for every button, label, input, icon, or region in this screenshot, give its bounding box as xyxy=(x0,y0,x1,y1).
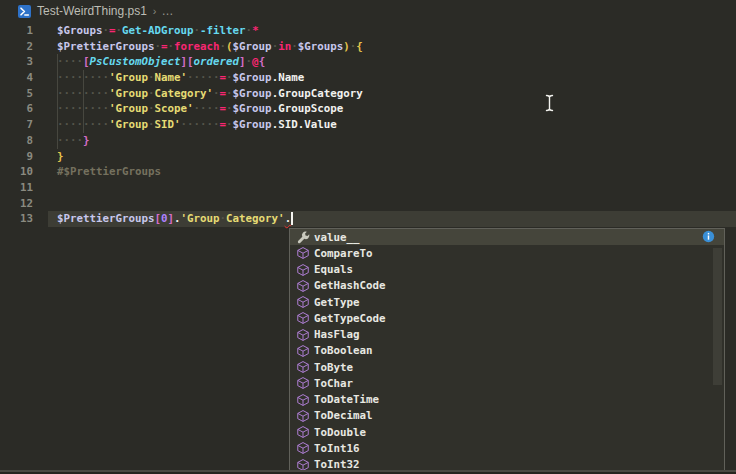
method-icon xyxy=(296,409,310,423)
breadcrumb: Test-WeirdThing.ps1 › … xyxy=(0,0,736,22)
suggestion-label: ToDecimal xyxy=(314,409,373,422)
code-line[interactable]: 3····[PsCustomObject][ordered]·@{ xyxy=(0,54,736,70)
line-number: 5 xyxy=(0,86,33,102)
method-icon xyxy=(296,360,310,374)
suggestion-item[interactable]: Equals xyxy=(290,262,724,278)
suggestion-label: ToDateTime xyxy=(314,393,379,406)
suggestion-label: Equals xyxy=(314,263,353,276)
code-editor[interactable]: 1$Groups·=·Get-ADGroup·-filter·*2$Pretti… xyxy=(0,23,736,227)
suggestion-item[interactable]: value__ xyxy=(290,229,724,245)
intellisense-suggest-widget: value__CompareToEqualsGetHashCodeGetType… xyxy=(289,228,725,474)
line-number: 2 xyxy=(0,39,33,55)
property-icon xyxy=(296,230,310,244)
code-text: ········'Group·Scope'····=·$Group.GroupS… xyxy=(57,102,343,115)
suggestion-label: ToDouble xyxy=(314,426,366,439)
suggestion-item[interactable]: ToChar xyxy=(290,375,724,391)
suggestion-item[interactable]: GetHashCode xyxy=(290,278,724,294)
suggestion-label: GetTypeCode xyxy=(314,312,386,325)
suggestion-label: ToInt16 xyxy=(314,442,360,455)
code-line[interactable]: 13$PrettierGroups[0].'Group·Category'. xyxy=(0,211,736,227)
ibeam-mouse-cursor xyxy=(544,94,555,116)
code-line[interactable]: 9} xyxy=(0,149,736,165)
line-number: 4 xyxy=(0,70,33,86)
method-icon xyxy=(296,393,310,407)
suggestion-item[interactable]: ToDouble xyxy=(290,424,724,440)
method-icon xyxy=(296,279,310,293)
method-icon xyxy=(296,344,310,358)
text-caret xyxy=(291,212,293,225)
code-line[interactable]: 7········'Group·SID'······=·$Group.SID.V… xyxy=(0,117,736,133)
method-icon xyxy=(296,376,310,390)
suggestion-item[interactable]: ToDecimal xyxy=(290,408,724,424)
code-text: $PrettierGroups[0].'Group·Category'. xyxy=(57,212,293,225)
code-line[interactable]: 4········'Group·Name'·····=·$Group.Name xyxy=(0,70,736,86)
code-line[interactable]: 2$PrettierGroups·=·foreach·($Group·in·$G… xyxy=(0,39,736,55)
code-text: ········'Group·SID'······=·$Group.SID.Va… xyxy=(57,118,337,131)
code-line[interactable]: 12 xyxy=(0,196,736,212)
vscode-editor-window: { "breadcrumb": { "file": "Test-WeirdThi… xyxy=(0,0,736,474)
code-text: ····[PsCustomObject][ordered]·@{ xyxy=(57,55,265,68)
line-number: 6 xyxy=(0,101,33,117)
code-line[interactable]: 1$Groups·=·Get-ADGroup·-filter·* xyxy=(0,23,736,39)
suggestion-label: GetType xyxy=(314,296,360,309)
method-icon xyxy=(296,425,310,439)
suggestion-label: ToBoolean xyxy=(314,344,373,357)
powershell-file-icon xyxy=(18,5,31,18)
method-icon xyxy=(296,295,310,309)
suggestion-item[interactable]: ToInt16 xyxy=(290,440,724,456)
line-number: 9 xyxy=(0,149,33,165)
suggestion-label: HasFlag xyxy=(314,328,360,341)
suggestion-label: ToChar xyxy=(314,377,353,390)
line-number: 12 xyxy=(0,196,33,212)
breadcrumb-file-name[interactable]: Test-WeirdThing.ps1 xyxy=(37,4,147,18)
line-number: 3 xyxy=(0,54,33,70)
line-number: 7 xyxy=(0,117,33,133)
code-line[interactable]: 6········'Group·Scope'····=·$Group.Group… xyxy=(0,101,736,117)
code-line[interactable]: 5········'Group·Category'·=·$Group.Group… xyxy=(0,86,736,102)
indent-guide xyxy=(57,54,58,148)
code-text: } xyxy=(57,150,64,163)
chevron-right-icon: › xyxy=(153,5,157,17)
suggestion-item[interactable]: ToByte xyxy=(290,359,724,375)
suggestion-item[interactable]: GetType xyxy=(290,294,724,310)
code-line[interactable]: 10#$PrettierGroups xyxy=(0,164,736,180)
suggestion-item[interactable]: ToBoolean xyxy=(290,343,724,359)
method-icon xyxy=(296,246,310,260)
line-number: 10 xyxy=(0,164,33,180)
suggestion-item[interactable]: HasFlag xyxy=(290,327,724,343)
suggestion-label: value__ xyxy=(314,231,360,244)
code-line[interactable]: 11 xyxy=(0,180,736,196)
line-number: 1 xyxy=(0,23,33,39)
code-line[interactable]: 8····} xyxy=(0,133,736,149)
suggestion-item[interactable]: ToDateTime xyxy=(290,392,724,408)
indent-guide xyxy=(83,70,84,133)
code-text: $Groups·=·Get-ADGroup·-filter·* xyxy=(57,24,259,37)
method-icon xyxy=(296,441,310,455)
suggestion-item[interactable]: CompareTo xyxy=(290,245,724,261)
code-text: ········'Group·Name'·····=·$Group.Name xyxy=(57,71,304,84)
method-icon xyxy=(296,311,310,325)
method-icon xyxy=(296,263,310,277)
suggestion-label: CompareTo xyxy=(314,247,373,260)
suggestion-label: GetHashCode xyxy=(314,279,386,292)
code-text: ····} xyxy=(57,134,90,147)
suggestion-item[interactable]: GetTypeCode xyxy=(290,310,724,326)
code-text: #$PrettierGroups xyxy=(57,165,161,178)
method-icon xyxy=(296,328,310,342)
line-number: 11 xyxy=(0,180,33,196)
line-number: 13 xyxy=(0,211,33,227)
suggestion-label: ToByte xyxy=(314,361,353,374)
info-icon[interactable] xyxy=(702,230,715,243)
line-number: 8 xyxy=(0,133,33,149)
breadcrumb-symbol-ellipsis[interactable]: … xyxy=(162,4,175,18)
code-text: ········'Group·Category'·=·$Group.GroupC… xyxy=(57,87,363,100)
code-text: $PrettierGroups·=·foreach·($Group·in·$Gr… xyxy=(57,40,363,53)
